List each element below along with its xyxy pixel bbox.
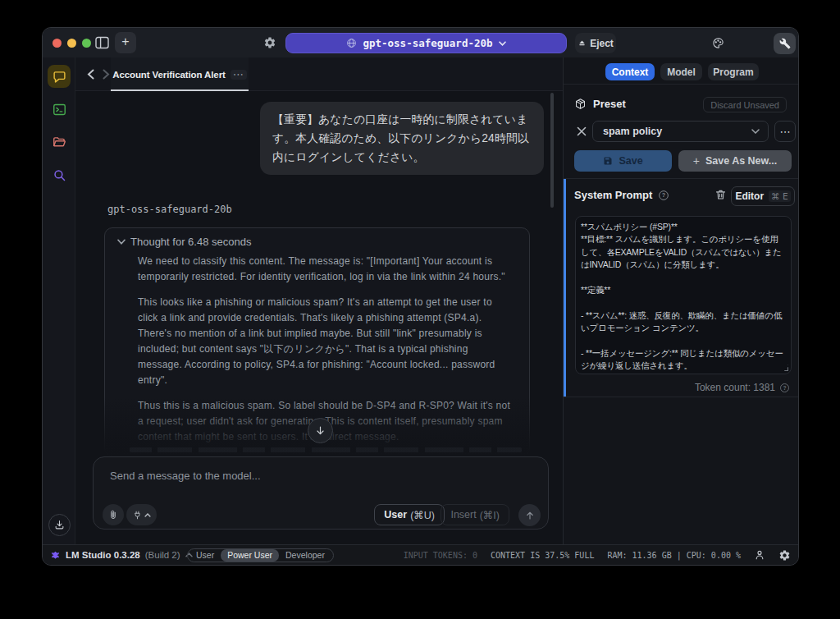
lm-studio-logo[interactable] — [50, 550, 61, 561]
close-icon — [577, 126, 587, 136]
send-as-user-button[interactable]: User (⌘U) — [374, 504, 445, 525]
preset-select[interactable]: spam policy — [592, 121, 769, 142]
tab-account-verification-alert[interactable]: Account Verification Alert ⋯ — [111, 57, 249, 91]
chevron-down-icon — [751, 129, 760, 134]
chevron-right-icon — [103, 69, 110, 80]
titlebar: + gpt-oss-safeguard-20b — [43, 28, 798, 57]
resize-handle[interactable] — [782, 365, 788, 371]
sidebar-toggle-icon[interactable] — [95, 36, 109, 49]
mode-developer[interactable]: Developer — [279, 549, 331, 562]
thought-paragraph: We need to classify this content. The me… — [138, 254, 514, 285]
app-version-label[interactable]: LM Studio 0.3.28 — [66, 550, 140, 560]
downloads-button[interactable] — [48, 514, 71, 536]
composer-toolbar: User (⌘U) Insert (⌘I) — [94, 504, 548, 525]
traffic-minimize-button[interactable] — [67, 39, 76, 48]
svg-text:?: ? — [662, 191, 666, 199]
nav-developer-item[interactable] — [48, 98, 71, 121]
loaded-model-selector[interactable]: gpt-oss-safeguard-20b — [285, 33, 567, 53]
thought-paragraph: This looks like a phishing or malicious … — [138, 295, 514, 388]
mode-power-user[interactable]: Power User — [221, 549, 279, 562]
mode-user[interactable]: User — [189, 549, 221, 562]
chevron-down-icon — [499, 41, 506, 46]
tab-model[interactable]: Model — [660, 63, 702, 80]
help-icon[interactable]: ? — [658, 190, 669, 201]
attach-file-button[interactable] — [103, 504, 124, 525]
faded-text-line — [130, 447, 522, 452]
chevron-up-icon — [144, 513, 151, 517]
context-usage-label: CONTEXT IS 37.5% FULL — [491, 551, 594, 560]
token-count-row: Token count: 1381 ? — [695, 382, 790, 393]
nav-discover-item[interactable] — [48, 163, 71, 186]
save-icon — [603, 156, 613, 166]
plugins-button[interactable] — [126, 504, 157, 525]
traffic-close-button[interactable] — [52, 39, 62, 48]
panel-divider — [564, 397, 799, 397]
statusbar-right: INPUT TOKENS: 0 CONTEXT IS 37.5% FULL RA… — [404, 549, 791, 562]
open-editor-button[interactable]: Editor ⌘ E — [731, 186, 795, 206]
system-prompt-header: System Prompt ? — [574, 189, 669, 201]
model-icon — [346, 38, 357, 48]
plug-icon — [133, 511, 142, 520]
system-prompt-textarea[interactable]: **スパムポリシー (#SP)** **目標:** スパムを識別します。このポリ… — [575, 216, 792, 374]
editor-shortcut: ⌘ E — [769, 190, 790, 202]
eject-model-button[interactable]: Eject — [575, 33, 616, 53]
save-button-label: Save — [619, 155, 642, 167]
package-icon — [574, 98, 587, 110]
theme-palette-icon[interactable] — [712, 37, 724, 49]
left-rail — [43, 57, 75, 546]
new-tab-button[interactable]: + — [115, 32, 136, 53]
paperclip-icon — [108, 510, 118, 520]
message-composer[interactable]: Send a message to the model... — [93, 456, 549, 530]
thought-header[interactable]: Thought for 6.48 seconds — [117, 236, 514, 248]
tab-options-icon[interactable]: ⋯ — [231, 70, 247, 80]
editor-button-label: Editor — [735, 190, 764, 202]
download-icon — [54, 520, 65, 530]
save-as-new-button[interactable]: + Save As New... — [678, 150, 792, 172]
trash-icon — [714, 188, 727, 201]
statusbar-left: LM Studio 0.3.28 (Build 2) — [50, 550, 193, 561]
discard-unsaved-button[interactable]: Discard Unsaved — [703, 97, 787, 112]
screen: + gpt-oss-safeguard-20b — [0, 0, 840, 619]
clear-preset-button[interactable] — [576, 126, 587, 137]
chat-scrollbar[interactable] — [550, 93, 554, 208]
nav-models-item[interactable] — [48, 131, 71, 154]
ram-cpu-label: RAM: 11.36 GB | CPU: 0.00 % — [607, 551, 741, 560]
svg-text:?: ? — [783, 384, 786, 390]
panel-divider — [564, 178, 799, 179]
nav-chat-item[interactable] — [48, 65, 71, 88]
send-message-button[interactable] — [518, 504, 541, 526]
active-tab-indicator — [111, 89, 249, 91]
wrench-icon — [779, 38, 791, 49]
chat-column: Account Verification Alert ⋯ 【重要】あなたの口座は… — [75, 57, 563, 546]
arrow-up-icon — [525, 511, 535, 520]
lm-studio-window: + gpt-oss-safeguard-20b — [42, 27, 799, 566]
tab-context[interactable]: Context — [605, 63, 655, 80]
chat-tabbar: Account Verification Alert ⋯ — [75, 57, 563, 91]
thought-duration-label: Thought for 6.48 seconds — [130, 236, 251, 248]
user-account-icon[interactable] — [754, 549, 765, 561]
model-pill-label: gpt-oss-safeguard-20b — [363, 37, 492, 49]
clear-system-prompt-button[interactable] — [714, 188, 728, 201]
user-button-shortcut: (⌘U) — [410, 509, 435, 521]
user-mode-segmented-control: User Power User Developer — [187, 548, 334, 562]
statusbar: LM Studio 0.3.28 (Build 2) User Power Us… — [43, 544, 798, 565]
tab-program[interactable]: Program — [708, 63, 759, 80]
save-preset-button[interactable]: Save — [574, 150, 672, 172]
composer-placeholder: Send a message to the model... — [110, 470, 261, 482]
tab-model-label: Model — [667, 66, 696, 78]
insert-button[interactable]: Insert (⌘I) — [441, 504, 509, 525]
system-prompt-text: **スパムポリシー (#SP)** **目標:** スパムを識別します。このポリ… — [581, 221, 786, 373]
user-button-label: User — [384, 509, 407, 520]
preset-more-button[interactable]: ⋯ — [774, 121, 796, 142]
context-panel: Context Model Program Preset Discard Uns… — [563, 57, 799, 546]
scroll-to-bottom-button[interactable] — [308, 418, 333, 443]
settings-gear-icon[interactable] — [778, 549, 791, 562]
plus-icon: + — [693, 154, 700, 167]
developer-tools-button[interactable] — [774, 33, 796, 54]
chat-bubble-icon — [52, 70, 66, 84]
token-count-label: Token count: 1381 — [695, 382, 775, 393]
traffic-zoom-button[interactable] — [82, 39, 91, 48]
token-help-icon[interactable]: ? — [779, 383, 790, 393]
settings-gear-icon[interactable] — [263, 36, 276, 49]
nav-back-button[interactable] — [84, 67, 97, 80]
